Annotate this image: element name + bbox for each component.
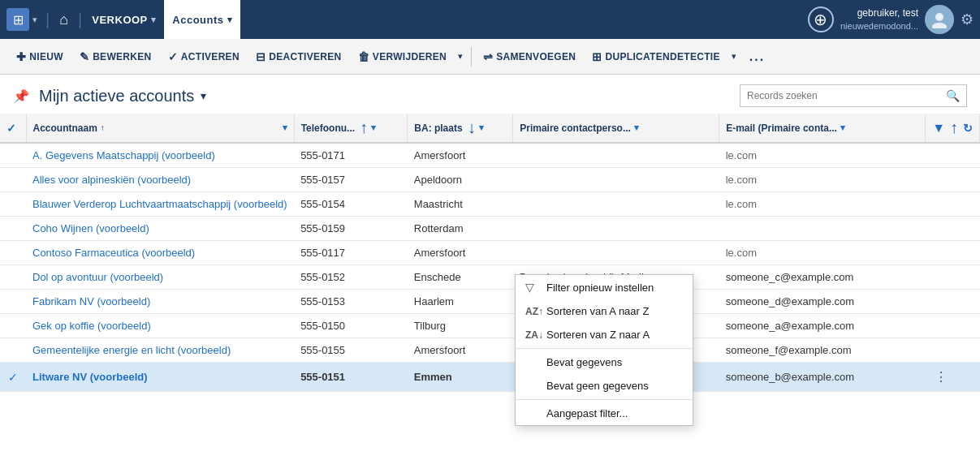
table-row: Fabrikam NV (voorbeeld)555-0153HaarlemWe…	[0, 290, 980, 314]
nav-item-verkoop[interactable]: VERKOOP ▾	[84, 0, 164, 39]
title-dropdown-chevron-icon[interactable]: ▾	[201, 89, 206, 102]
samenvoegen-button[interactable]: ⇌ SAMENVOEGEN	[477, 47, 582, 67]
menu-item-filter-reset[interactable]: ▽ Filter opnieuw instellen	[516, 275, 693, 299]
col-header-primaire-contact: Primaire contactperso... ▾	[513, 114, 719, 143]
bewerken-button[interactable]: ✎ BEWERKEN	[73, 47, 158, 67]
table-body: A. Gegevens Maatschappij (voorbeeld)555-…	[0, 143, 980, 392]
col-header-accountnaam: Accountnaam ↑ ▾	[26, 114, 294, 143]
menu-item-sort-az[interactable]: AZ↑ Sorteren van A naar Z	[516, 299, 693, 323]
row-check-cell[interactable]	[0, 168, 26, 192]
row-ba-plaats: Maastricht	[408, 192, 513, 217]
row-check-cell[interactable]	[0, 217, 26, 241]
ba-arrow-annotation: ↓	[468, 118, 476, 137]
row-email: le.com	[719, 143, 926, 168]
activeren-button[interactable]: ✓ ACTIVEREN	[162, 47, 246, 67]
duplicaten-dropdown-arrow[interactable]: ▾	[728, 48, 740, 65]
toolbar-separator	[471, 47, 472, 67]
plus-icon: ✚	[16, 50, 26, 63]
row-check-cell[interactable]	[0, 241, 26, 265]
row-check-cell[interactable]	[0, 265, 26, 290]
col-header-check: ✓	[0, 114, 26, 143]
row-check-cell[interactable]	[0, 192, 26, 217]
account-name-link[interactable]: Blauwer Verderop Luchtvaartmaatschappij …	[32, 198, 287, 210]
row-check-cell[interactable]	[0, 314, 26, 338]
refresh-icon[interactable]: ↻	[963, 122, 973, 135]
account-name-link[interactable]: A. Gegevens Maatschappij (voorbeeld)	[32, 149, 215, 161]
telefoon-arrow-annotation: ↑	[360, 118, 368, 137]
row-account-name[interactable]: Gek op koffie (voorbeeld)	[26, 314, 294, 338]
table-row: ✓Litware NV (voorbeeld)555-0151EmmenStub…	[0, 363, 980, 392]
menu-item-sort-za[interactable]: ZA↓ Sorteren van Z naar A	[516, 323, 693, 346]
account-name-link[interactable]: Fabrikam NV (voorbeeld)	[32, 295, 150, 307]
nav-right-area: ⊕ gebruiker, test nieuwedemodond... ⚙	[808, 5, 974, 34]
filter-active-icon[interactable]: ▼	[932, 121, 945, 135]
user-avatar[interactable]	[925, 5, 954, 34]
email-filter-icon[interactable]: ▾	[840, 123, 845, 133]
svg-point-1	[932, 23, 947, 28]
add-button[interactable]: ⊕	[808, 6, 834, 32]
ba-filter-dropdown-icon[interactable]: ▾	[479, 123, 484, 133]
row-check-cell[interactable]	[0, 290, 26, 314]
row-account-name[interactable]: A. Gegevens Maatschappij (voorbeeld)	[26, 143, 294, 168]
sort-az-icon: AZ↑	[525, 306, 540, 317]
edit-icon: ✎	[80, 50, 89, 63]
row-check-cell[interactable]	[0, 143, 26, 168]
account-name-link[interactable]: Contoso Farmaceutica (voorbeeld)	[32, 247, 195, 259]
verkoop-chevron-icon[interactable]: ▾	[151, 15, 157, 25]
row-account-name[interactable]: Fabrikam NV (voorbeeld)	[26, 290, 294, 314]
account-name-link[interactable]: Alles voor alpineskiën (voorbeeld)	[32, 174, 191, 186]
more-button[interactable]: ...	[743, 46, 771, 67]
account-name-link[interactable]: Litware NV (voorbeeld)	[32, 371, 148, 383]
row-email: someone_a@example.com	[719, 314, 926, 338]
verwijderen-button[interactable]: 🗑 VERWIJDEREN	[352, 47, 453, 67]
menu-item-sort-az-label: Sorteren van A naar Z	[546, 305, 649, 317]
deactiveren-button[interactable]: ⊟ DEACTIVEREN	[249, 47, 348, 67]
row-more-button[interactable]: ⋮	[932, 368, 952, 385]
search-input[interactable]	[740, 90, 939, 101]
main-content: 📌 Mijn actieve accounts ▾ 🔍 ✓ Accoun	[0, 75, 980, 473]
account-name-link[interactable]: Gek op koffie (voorbeeld)	[32, 320, 151, 332]
row-check-cell[interactable]	[0, 338, 26, 363]
logo-chevron-icon[interactable]: ▾	[32, 15, 37, 25]
row-contact	[513, 143, 719, 168]
row-account-name[interactable]: Gemeentelijke energie en licht (voorbeel…	[26, 338, 294, 363]
account-name-link[interactable]: Coho Wijnen (voorbeeld)	[32, 222, 149, 234]
nieuw-button[interactable]: ✚ NIEUW	[10, 47, 70, 67]
row-contact	[513, 241, 719, 265]
table-row: Contoso Farmaceutica (voorbeeld)555-0117…	[0, 241, 980, 265]
row-account-name[interactable]: Litware NV (voorbeeld)	[26, 363, 294, 392]
table-row: Gemeentelijke energie en licht (voorbeel…	[0, 338, 980, 363]
primaire-contact-filter-icon[interactable]: ▾	[634, 123, 639, 133]
row-check-cell[interactable]: ✓	[0, 363, 26, 392]
table-row: A. Gegevens Maatschappij (voorbeeld)555-…	[0, 143, 980, 168]
row-ba-plaats: Enschede	[408, 265, 513, 290]
account-name-link[interactable]: Gemeentelijke energie en licht (voorbeel…	[32, 344, 231, 356]
search-icon[interactable]: 🔍	[939, 89, 966, 102]
row-account-name[interactable]: Contoso Farmaceutica (voorbeeld)	[26, 241, 294, 265]
row-actions-cell	[926, 192, 980, 217]
row-account-name[interactable]: Dol op avontuur (voorbeeld)	[26, 265, 294, 290]
duplicatendetectie-button[interactable]: ⊞ DUPLICATENDETECTIE	[585, 47, 727, 67]
row-phone: 555-0150	[294, 314, 408, 338]
app-logo[interactable]: ⊞	[6, 8, 29, 31]
accountnaam-sort-asc-icon[interactable]: ↑	[101, 123, 105, 132]
account-name-link[interactable]: Dol op avontuur (voorbeeld)	[32, 271, 163, 283]
accounts-chevron-icon[interactable]: ▾	[227, 15, 233, 25]
settings-icon[interactable]: ⚙	[961, 11, 974, 28]
accountnaam-filter-icon[interactable]: ▾	[283, 123, 287, 133]
table-row: Alles voor alpineskiën (voorbeeld)555-01…	[0, 168, 980, 192]
menu-item-bevat-gegevens[interactable]: Bevat gegevens	[516, 350, 693, 374]
verwijderen-dropdown-arrow[interactable]: ▾	[455, 48, 466, 65]
select-all-checkbox[interactable]: ✓	[6, 122, 16, 135]
row-account-name[interactable]: Coho Wijnen (voorbeeld)	[26, 217, 294, 241]
telefoon-filter-icon[interactable]: ▾	[371, 123, 376, 133]
row-account-name[interactable]: Alles voor alpineskiën (voorbeeld)	[26, 168, 294, 192]
row-account-name[interactable]: Blauwer Verderop Luchtvaartmaatschappij …	[26, 192, 294, 217]
menu-item-bevat-geen-gegevens[interactable]: Bevat geen gegevens	[516, 374, 693, 398]
home-icon[interactable]: ⌂	[51, 11, 76, 28]
nav-item-accounts[interactable]: Accounts ▾	[164, 0, 240, 39]
row-ba-plaats: Amersfoort	[408, 241, 513, 265]
row-checkmark-icon: ✓	[8, 371, 18, 384]
menu-separator-2	[516, 399, 693, 400]
menu-item-aangepast-filter[interactable]: Aangepast filter...	[516, 402, 693, 425]
